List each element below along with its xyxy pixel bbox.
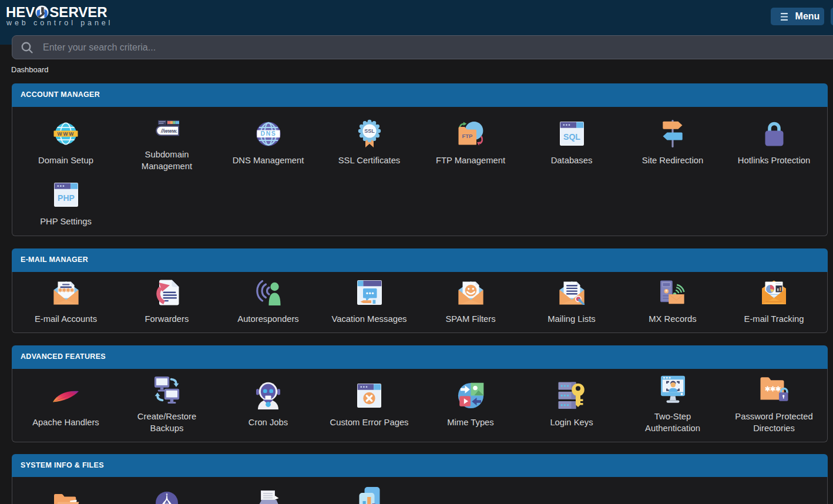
svg-text:DNS: DNS (260, 130, 276, 137)
svg-text:SSL: SSL (364, 128, 375, 134)
svg-text:FTP: FTP (462, 133, 473, 139)
svg-text:PHP: PHP (58, 193, 75, 203)
svg-text:WWW: WWW (58, 131, 75, 137)
svg-text:SQL: SQL (563, 132, 580, 142)
svg-text://www.: //www. (160, 128, 177, 134)
